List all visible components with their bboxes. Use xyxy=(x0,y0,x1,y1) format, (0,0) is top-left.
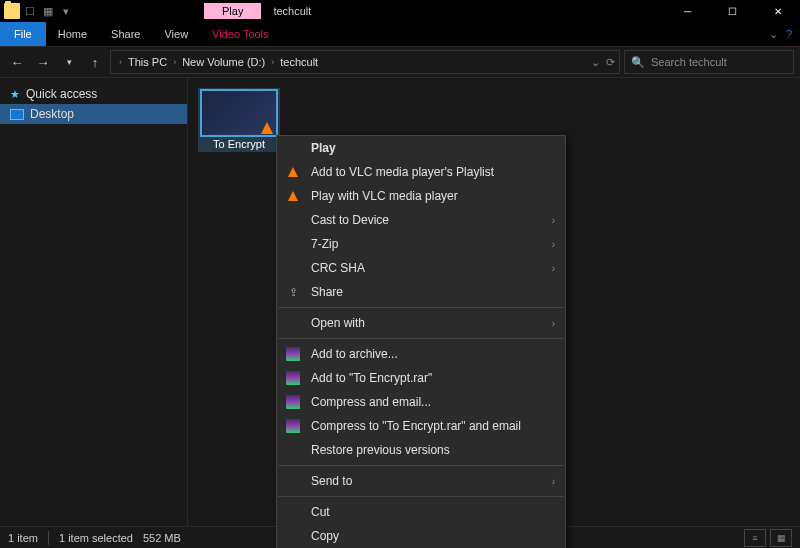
share-tab[interactable]: Share xyxy=(99,24,152,44)
video-tools-tab[interactable]: Video Tools xyxy=(200,24,280,44)
chevron-right-icon[interactable]: › xyxy=(119,57,122,67)
title-bar: ☐ ▦ ▾ Play techcult ─ ☐ ✕ xyxy=(0,0,800,22)
breadcrumb-this-pc[interactable]: This PC xyxy=(126,56,169,68)
properties-qat-icon[interactable]: ☐ xyxy=(22,3,38,19)
minimize-button[interactable]: ─ xyxy=(665,0,710,22)
status-separator xyxy=(48,531,49,545)
vlc-cone-icon xyxy=(261,122,273,134)
menu-add-vlc[interactable]: Add to VLC media player's Playlist xyxy=(277,160,565,184)
menu-restore[interactable]: Restore previous versions xyxy=(277,438,565,462)
search-icon: 🔍 xyxy=(631,56,645,69)
menu-play-vlc[interactable]: Play with VLC media player xyxy=(277,184,565,208)
window-title: techcult xyxy=(273,5,311,17)
chevron-right-icon: › xyxy=(552,215,555,226)
recent-dropdown[interactable]: ▾ xyxy=(58,51,80,73)
view-switcher: ≡ ▦ xyxy=(744,529,792,547)
menu-compress-email[interactable]: Compress and email... xyxy=(277,390,565,414)
navigation-bar: ← → ▾ ↑ › This PC › New Volume (D:) › te… xyxy=(0,46,800,78)
winrar-icon xyxy=(285,346,301,362)
winrar-icon xyxy=(285,418,301,434)
file-name: To Encrypt xyxy=(200,138,278,150)
search-box[interactable]: 🔍 Search techcult xyxy=(624,50,794,74)
menu-copy[interactable]: Copy xyxy=(277,524,565,548)
address-dropdown-icon[interactable]: ⌄ xyxy=(591,56,600,69)
home-tab[interactable]: Home xyxy=(46,24,99,44)
quick-access-toolbar: ☐ ▦ ▾ xyxy=(0,3,74,19)
video-thumbnail xyxy=(201,90,277,136)
breadcrumb-folder[interactable]: techcult xyxy=(278,56,320,68)
menu-share[interactable]: ⇪Share xyxy=(277,280,565,304)
menu-compress-rar-email[interactable]: Compress to "To Encrypt.rar" and email xyxy=(277,414,565,438)
chevron-down-icon[interactable]: ⌄ xyxy=(769,28,778,41)
new-folder-qat-icon[interactable]: ▦ xyxy=(40,3,56,19)
winrar-icon xyxy=(285,394,301,410)
menu-play[interactable]: Play xyxy=(277,136,565,160)
file-item-to-encrypt[interactable]: To Encrypt xyxy=(198,88,280,152)
menu-open-with[interactable]: Open with› xyxy=(277,311,565,335)
sidebar-label: Desktop xyxy=(30,107,74,121)
status-size: 552 MB xyxy=(143,532,181,544)
vlc-cone-icon xyxy=(285,188,301,204)
sidebar-desktop[interactable]: Desktop xyxy=(0,104,187,124)
folder-icon xyxy=(4,3,20,19)
breadcrumb-volume[interactable]: New Volume (D:) xyxy=(180,56,267,68)
file-tab[interactable]: File xyxy=(0,22,46,46)
qat-dropdown-icon[interactable]: ▾ xyxy=(58,3,74,19)
help-icon[interactable]: ? xyxy=(786,28,792,40)
menu-send-to[interactable]: Send to› xyxy=(277,469,565,493)
winrar-icon xyxy=(285,370,301,386)
sidebar-label: Quick access xyxy=(26,87,97,101)
up-button[interactable]: ↑ xyxy=(84,51,106,73)
chevron-right-icon[interactable]: › xyxy=(173,57,176,67)
chevron-right-icon: › xyxy=(552,239,555,250)
close-button[interactable]: ✕ xyxy=(755,0,800,22)
star-icon: ★ xyxy=(10,88,20,101)
window-controls: ─ ☐ ✕ xyxy=(665,0,800,22)
menu-separator xyxy=(278,338,564,339)
refresh-icon[interactable]: ⟳ xyxy=(606,56,615,69)
back-button[interactable]: ← xyxy=(6,51,28,73)
menu-separator xyxy=(278,465,564,466)
forward-button[interactable]: → xyxy=(32,51,54,73)
address-bar[interactable]: › This PC › New Volume (D:) › techcult ⌄… xyxy=(110,50,620,74)
menu-separator xyxy=(278,307,564,308)
chevron-right-icon: › xyxy=(552,263,555,274)
menu-cast[interactable]: Cast to Device› xyxy=(277,208,565,232)
menu-add-archive[interactable]: Add to archive... xyxy=(277,342,565,366)
search-placeholder: Search techcult xyxy=(651,56,727,68)
desktop-icon xyxy=(10,109,24,120)
contextual-tab-play[interactable]: Play xyxy=(204,3,261,19)
sidebar-quick-access[interactable]: ★ Quick access xyxy=(0,84,187,104)
maximize-button[interactable]: ☐ xyxy=(710,0,755,22)
menu-7zip[interactable]: 7-Zip› xyxy=(277,232,565,256)
menu-cut[interactable]: Cut xyxy=(277,500,565,524)
menu-add-rar[interactable]: Add to "To Encrypt.rar" xyxy=(277,366,565,390)
status-item-count: 1 item xyxy=(8,532,38,544)
chevron-right-icon: › xyxy=(552,476,555,487)
details-view-button[interactable]: ≡ xyxy=(744,529,766,547)
menu-crc[interactable]: CRC SHA› xyxy=(277,256,565,280)
context-menu: Play Add to VLC media player's Playlist … xyxy=(276,135,566,548)
navigation-pane: ★ Quick access Desktop xyxy=(0,78,188,526)
ribbon-tabs: File Home Share View Video Tools ⌄ ? xyxy=(0,22,800,46)
status-selected: 1 item selected xyxy=(59,532,133,544)
chevron-right-icon[interactable]: › xyxy=(271,57,274,67)
share-icon: ⇪ xyxy=(285,284,301,300)
chevron-right-icon: › xyxy=(552,318,555,329)
vlc-cone-icon xyxy=(285,164,301,180)
menu-separator xyxy=(278,496,564,497)
thumbnails-view-button[interactable]: ▦ xyxy=(770,529,792,547)
ribbon-expand: ⌄ ? xyxy=(761,28,800,41)
view-tab[interactable]: View xyxy=(152,24,200,44)
